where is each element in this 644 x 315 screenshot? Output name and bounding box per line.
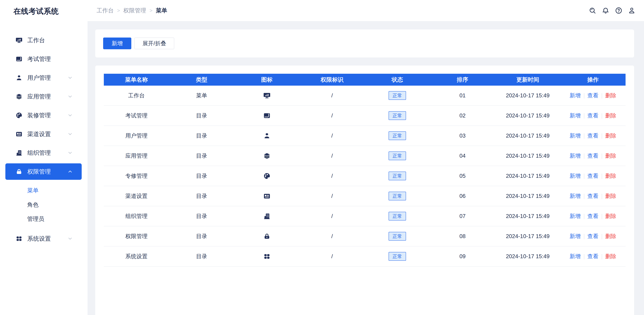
bell-button[interactable] [602, 7, 610, 14]
action-divider [602, 234, 602, 239]
row-action-view[interactable]: 查看 [588, 92, 598, 98]
breadcrumb-item[interactable]: 工作台 [96, 7, 114, 14]
expand-collapse-button[interactable]: 展开/折叠 [134, 37, 174, 49]
sidebar-item-label: 用户管理 [27, 74, 51, 82]
action-divider [602, 113, 602, 119]
row-action-add[interactable]: 新增 [570, 253, 581, 259]
cell-status: 正常 [365, 106, 430, 126]
row-action-delete[interactable]: 删除 [605, 112, 616, 119]
cell-status: 正常 [365, 146, 430, 166]
row-action-delete[interactable]: 删除 [605, 133, 616, 139]
row-action-delete[interactable]: 删除 [605, 92, 616, 98]
cell-permission: / [300, 106, 365, 126]
sidebar-nav: 工作台 考试管理 用户管理 应用管理 装修管理 渠道设置 组织管理 权限管理 菜… [0, 32, 88, 247]
row-action-add[interactable]: 新增 [570, 92, 581, 98]
cell-menu-name: 系统设置 [104, 246, 169, 266]
help-button[interactable] [615, 7, 622, 14]
row-action-delete[interactable]: 删除 [605, 233, 616, 239]
cell-icon [234, 246, 300, 266]
cell-type: 菜单 [169, 86, 234, 106]
row-action-delete[interactable]: 删除 [605, 173, 616, 179]
cell-status: 正常 [365, 186, 430, 206]
user-button[interactable] [628, 7, 636, 14]
search-button[interactable] [589, 7, 596, 14]
column-header: 状态 [365, 74, 430, 86]
row-action-view[interactable]: 查看 [588, 193, 598, 199]
cell-updated: 2024-10-17 15:49 [495, 186, 560, 206]
sidebar-item-lock[interactable]: 权限管理 [5, 163, 82, 180]
cell-status: 正常 [365, 86, 430, 106]
row-action-view[interactable]: 查看 [588, 133, 598, 139]
sidebar-item-person[interactable]: 用户管理 [5, 69, 82, 86]
sidebar-item-building[interactable]: 组织管理 [5, 145, 82, 161]
action-divider [584, 214, 584, 219]
sidebar-item-grid[interactable]: 系统设置 [5, 230, 82, 247]
lock-icon [263, 233, 271, 240]
row-action-add[interactable]: 新增 [570, 133, 581, 139]
row-action-add[interactable]: 新增 [570, 233, 581, 239]
row-action-add[interactable]: 新增 [570, 213, 581, 219]
breadcrumb-item[interactable]: 权限管理 [124, 7, 146, 14]
row-action-delete[interactable]: 删除 [605, 193, 616, 199]
action-divider [584, 113, 584, 119]
cell-permission: / [300, 126, 365, 146]
sidebar-subitem[interactable]: 管理员 [0, 212, 88, 226]
cell-menu-name: 权限管理 [104, 226, 169, 246]
row-action-add[interactable]: 新增 [570, 173, 581, 179]
cell-actions: 新增查看删除 [560, 86, 626, 106]
app-title: 在线考试系统 [14, 6, 88, 16]
header-row: 菜单名称类型图标权限标识状态排序更新时间操作 [104, 74, 626, 86]
sidebar-subitem[interactable]: 菜单 [0, 183, 88, 198]
chevron-down-icon [67, 112, 73, 118]
layers-icon [16, 93, 23, 100]
chevron-down-icon [67, 131, 73, 137]
cell-actions: 新增查看删除 [560, 226, 626, 246]
row-action-add[interactable]: 新增 [570, 193, 581, 199]
topbar-actions [589, 7, 636, 14]
column-header: 菜单名称 [104, 74, 169, 86]
sidebar-item-palette[interactable]: 装修管理 [5, 107, 82, 123]
cell-menu-name: 渠道设置 [104, 186, 169, 206]
book-icon [263, 112, 271, 119]
row-action-view[interactable]: 查看 [588, 213, 598, 219]
sidebar-item-card[interactable]: 渠道设置 [5, 126, 82, 142]
cell-menu-name: 专修管理 [104, 166, 169, 186]
cell-actions: 新增查看删除 [560, 206, 626, 226]
book-icon [16, 55, 23, 63]
status-badge: 正常 [388, 151, 406, 160]
row-action-view[interactable]: 查看 [588, 233, 598, 239]
cell-actions: 新增查看删除 [560, 246, 626, 266]
row-action-view[interactable]: 查看 [588, 173, 598, 179]
row-action-view[interactable]: 查看 [588, 112, 598, 119]
sidebar-item-workbench[interactable]: 工作台 [5, 32, 82, 48]
cell-permission: / [300, 226, 365, 246]
add-button[interactable]: 新增 [103, 37, 131, 49]
cell-menu-name: 用户管理 [104, 126, 169, 146]
user-icon [628, 7, 636, 14]
sidebar-subitem[interactable]: 角色 [0, 198, 88, 212]
row-action-delete[interactable]: 删除 [605, 253, 616, 259]
cell-actions: 新增查看删除 [560, 106, 626, 126]
row-action-view[interactable]: 查看 [588, 153, 598, 159]
row-action-view[interactable]: 查看 [588, 253, 598, 259]
cell-menu-name: 应用管理 [104, 146, 169, 166]
breadcrumb-item: 菜单 [156, 7, 167, 14]
row-action-delete[interactable]: 删除 [605, 153, 616, 159]
sidebar-item-label: 考试管理 [27, 55, 51, 63]
table-row: 专修管理 目录 / 正常 05 2024-10-17 15:49 新增查看删除 [104, 166, 626, 186]
action-divider [602, 153, 602, 159]
sidebar-item-layers[interactable]: 应用管理 [5, 88, 82, 105]
cell-type: 目录 [169, 126, 234, 146]
table-row: 工作台 菜单 / 正常 01 2024-10-17 15:49 新增查看删除 [104, 86, 626, 106]
cell-menu-name: 工作台 [104, 86, 169, 106]
row-action-add[interactable]: 新增 [570, 153, 581, 159]
row-action-delete[interactable]: 删除 [605, 213, 616, 219]
table-row: 渠道设置 目录 / 正常 06 2024-10-17 15:49 新增查看删除 [104, 186, 626, 206]
workbench-icon [16, 37, 23, 44]
help-icon [615, 7, 622, 14]
row-action-add[interactable]: 新增 [570, 112, 581, 119]
sidebar-item-label: 装修管理 [27, 111, 51, 119]
cell-permission: / [300, 146, 365, 166]
cell-icon [234, 186, 300, 206]
sidebar-item-book[interactable]: 考试管理 [5, 51, 82, 67]
